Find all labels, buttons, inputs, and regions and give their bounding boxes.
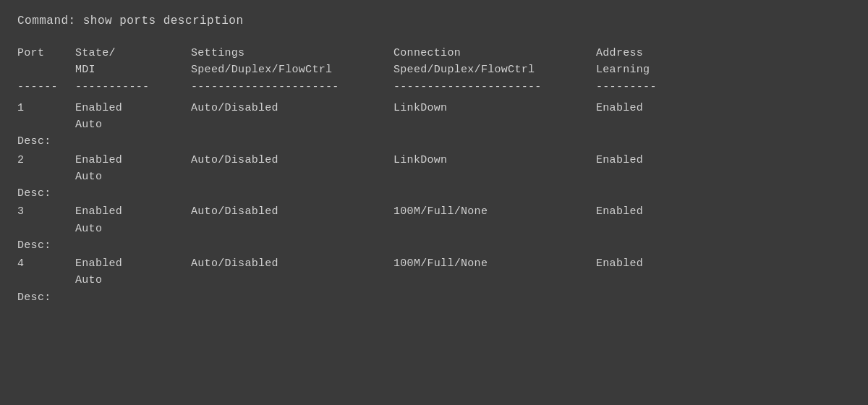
sub-settings-2 xyxy=(191,169,393,185)
sub-port-3 xyxy=(17,221,75,237)
sub-address-2 xyxy=(596,169,712,185)
state-line2-2: Auto xyxy=(75,169,191,185)
desc-row-1: Desc: xyxy=(17,133,851,150)
sub-settings-4 xyxy=(191,272,393,289)
data-row-1: 1EnabledAuto/DisabledLinkDownEnabled xyxy=(17,100,851,116)
port-rows: 1EnabledAuto/DisabledLinkDownEnabledAuto… xyxy=(17,100,851,306)
connection-3: 100M/Full/None xyxy=(393,203,596,220)
sub-port-2 xyxy=(17,169,75,185)
port-block-4: 4EnabledAuto/Disabled100M/Full/NoneEnabl… xyxy=(17,255,851,306)
sub-address-4 xyxy=(596,272,712,289)
sub-connection-4 xyxy=(393,272,596,289)
state-line1-2: Enabled xyxy=(75,152,191,169)
sub-settings-3 xyxy=(191,221,393,237)
sub-row-4: Auto xyxy=(17,272,851,289)
port-block-2: 2EnabledAuto/DisabledLinkDownEnabledAuto… xyxy=(17,152,851,202)
address-2: Enabled xyxy=(596,152,712,169)
sep-settings: ---------------------- xyxy=(191,79,393,95)
state-line2-1: Auto xyxy=(75,116,191,133)
separator-row: ------ ----------- ---------------------… xyxy=(17,79,851,95)
settings-4: Auto/Disabled xyxy=(191,255,393,272)
header-port-1: Port xyxy=(17,45,75,61)
port-num-1: 1 xyxy=(17,100,75,116)
sub-address-1 xyxy=(596,116,712,133)
sub-address-3 xyxy=(596,221,712,237)
state-line1-4: Enabled xyxy=(75,255,191,272)
header-address-2: Learning xyxy=(596,61,712,78)
header-settings-2: Speed/Duplex/FlowCtrl xyxy=(191,61,393,78)
sub-row-3: Auto xyxy=(17,221,851,237)
port-block-1: 1EnabledAuto/DisabledLinkDownEnabledAuto… xyxy=(17,100,851,150)
sub-settings-1 xyxy=(191,116,393,133)
sep-connection: ---------------------- xyxy=(393,79,596,95)
state-line1-1: Enabled xyxy=(75,100,191,116)
sub-row-2: Auto xyxy=(17,169,851,185)
sep-address: --------- xyxy=(596,79,712,95)
state-line2-3: Auto xyxy=(75,221,191,237)
state-line2-4: Auto xyxy=(75,272,191,289)
table-container: Port State/ Settings Connection Address … xyxy=(17,45,851,306)
connection-2: LinkDown xyxy=(393,152,596,169)
header-state-2: MDI xyxy=(75,61,191,78)
sub-connection-1 xyxy=(393,116,596,133)
sub-connection-3 xyxy=(393,221,596,237)
settings-3: Auto/Disabled xyxy=(191,203,393,220)
address-1: Enabled xyxy=(596,100,712,116)
connection-4: 100M/Full/None xyxy=(393,255,596,272)
sub-port-4 xyxy=(17,272,75,289)
address-3: Enabled xyxy=(596,203,712,220)
sub-connection-2 xyxy=(393,169,596,185)
data-row-4: 4EnabledAuto/Disabled100M/Full/NoneEnabl… xyxy=(17,255,851,272)
header-row-2: MDI Speed/Duplex/FlowCtrl Speed/Duplex/F… xyxy=(17,61,851,78)
desc-row-4: Desc: xyxy=(17,289,851,306)
sep-state: ----------- xyxy=(75,79,191,95)
desc-row-3: Desc: xyxy=(17,237,851,254)
port-num-4: 4 xyxy=(17,255,75,272)
sep-port: ------ xyxy=(17,79,75,95)
port-num-3: 3 xyxy=(17,203,75,220)
connection-1: LinkDown xyxy=(393,100,596,116)
desc-row-2: Desc: xyxy=(17,185,851,202)
data-row-3: 3EnabledAuto/Disabled100M/Full/NoneEnabl… xyxy=(17,203,851,220)
settings-2: Auto/Disabled xyxy=(191,152,393,169)
data-row-2: 2EnabledAuto/DisabledLinkDownEnabled xyxy=(17,152,851,169)
header-connection-2: Speed/Duplex/FlowCtrl xyxy=(393,61,596,78)
header-address-1: Address xyxy=(596,45,712,61)
header-settings-1: Settings xyxy=(191,45,393,61)
terminal: Command: show ports description Port Sta… xyxy=(0,0,868,405)
state-line1-3: Enabled xyxy=(75,203,191,220)
header-port-2 xyxy=(17,61,75,78)
header-connection-1: Connection xyxy=(393,45,596,61)
address-4: Enabled xyxy=(596,255,712,272)
header-row-1: Port State/ Settings Connection Address xyxy=(17,45,851,61)
command-line: Command: show ports description xyxy=(17,14,851,27)
settings-1: Auto/Disabled xyxy=(191,100,393,116)
port-block-3: 3EnabledAuto/Disabled100M/Full/NoneEnabl… xyxy=(17,203,851,254)
header-state-1: State/ xyxy=(75,45,191,61)
sub-row-1: Auto xyxy=(17,116,851,133)
sub-port-1 xyxy=(17,116,75,133)
port-num-2: 2 xyxy=(17,152,75,169)
